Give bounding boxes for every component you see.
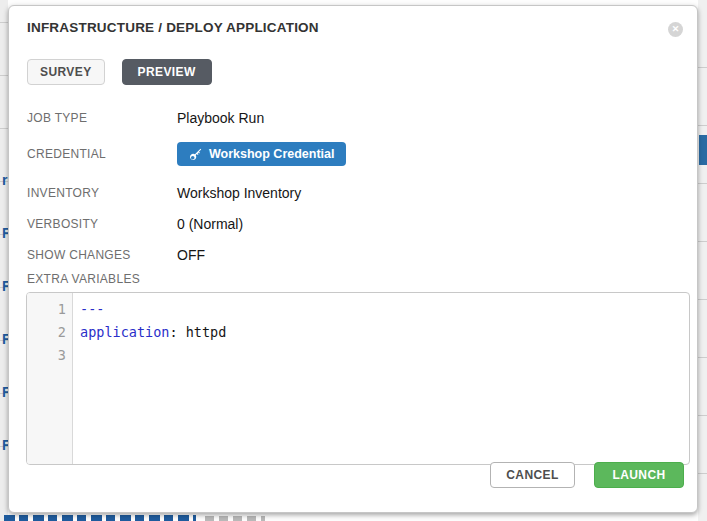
editor-line-number: 2 (27, 321, 72, 344)
tab-survey[interactable]: SURVEY (27, 59, 105, 85)
inventory-value: Workshop Inventory (177, 185, 301, 201)
show-changes-value: OFF (177, 247, 205, 263)
editor-code-area[interactable]: ---application: httpd (73, 293, 689, 464)
editor-line-number-gutter: 123 (27, 293, 73, 464)
background-blue-button-fragment (699, 135, 707, 165)
background-clipped-text-secondary (205, 516, 265, 521)
extra-variables-editor[interactable]: 123 ---application: httpd (26, 292, 690, 465)
background-clipped-text (4, 515, 196, 521)
credential-badge-label: Workshop Credential (209, 147, 334, 161)
code-token: --- (80, 301, 104, 317)
modal-title: INFRASTRUCTURE / DEPLOY APPLICATION (27, 20, 319, 35)
close-icon[interactable]: ✕ (668, 22, 683, 37)
editor-code-line (80, 344, 689, 367)
editor-code-line: --- (80, 298, 689, 321)
job-type-label: JOB TYPE (27, 111, 177, 125)
screen: rFFFFF INFRASTRUCTURE / DEPLOY APPLICATI… (0, 0, 707, 521)
launch-button[interactable]: LAUNCH (594, 462, 684, 488)
background-page-right-edge (698, 0, 707, 521)
credential-badge[interactable]: Workshop Credential (177, 142, 346, 166)
verbosity-value: 0 (Normal) (177, 216, 243, 232)
show-changes-row: SHOW CHANGES OFF (27, 247, 205, 263)
editor-code-line: application: httpd (80, 321, 689, 344)
verbosity-label: VERBOSITY (27, 217, 177, 231)
job-type-row: JOB TYPE Playbook Run (27, 110, 264, 126)
credential-label: CREDENTIAL (27, 147, 177, 161)
extra-variables-label: EXTRA VARIABLES (27, 272, 140, 286)
tab-preview[interactable]: PREVIEW (122, 59, 212, 85)
editor-line-number: 1 (27, 298, 72, 321)
editor-line-number: 3 (27, 344, 72, 367)
background-page-left-edge: rFFFFF (0, 0, 8, 521)
code-token: application (80, 324, 169, 340)
credential-row: CREDENTIAL Workshop Credential (27, 142, 346, 166)
job-type-value: Playbook Run (177, 110, 264, 126)
inventory-label: INVENTORY (27, 186, 177, 200)
deploy-application-modal: INFRASTRUCTURE / DEPLOY APPLICATION ✕ SU… (8, 5, 698, 513)
key-icon (189, 148, 202, 161)
show-changes-label: SHOW CHANGES (27, 248, 177, 262)
verbosity-row: VERBOSITY 0 (Normal) (27, 216, 243, 232)
code-token: httpd (186, 324, 227, 340)
code-token: : (169, 324, 185, 340)
inventory-row: INVENTORY Workshop Inventory (27, 185, 301, 201)
tab-bar: SURVEY PREVIEW (27, 59, 212, 85)
cancel-button[interactable]: CANCEL (490, 462, 575, 488)
